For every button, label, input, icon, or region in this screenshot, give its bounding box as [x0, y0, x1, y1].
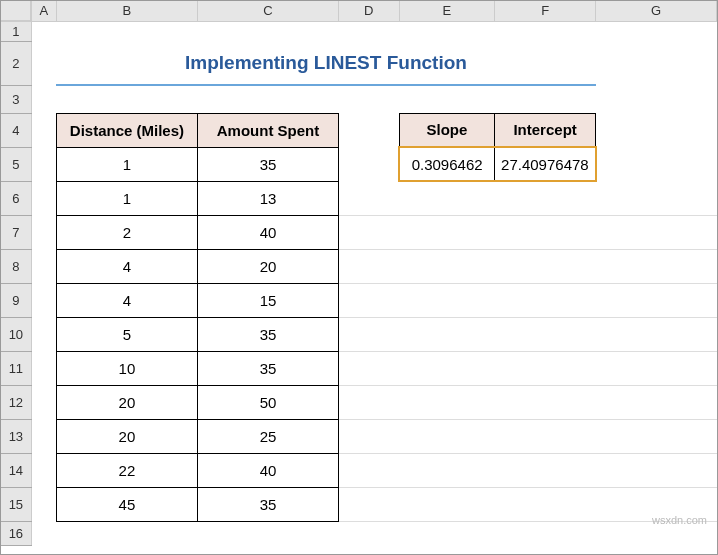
- cell-distance[interactable]: 22: [56, 453, 197, 487]
- cell[interactable]: [495, 249, 596, 283]
- cell[interactable]: [399, 181, 495, 215]
- cell[interactable]: [399, 215, 495, 249]
- row-13[interactable]: 13: [1, 419, 31, 453]
- cell-amount[interactable]: 13: [197, 181, 338, 215]
- cell[interactable]: [495, 453, 596, 487]
- header-intercept[interactable]: Intercept: [495, 113, 596, 147]
- cell[interactable]: [31, 215, 56, 249]
- col-G[interactable]: G: [596, 1, 717, 21]
- cell[interactable]: [31, 181, 56, 215]
- header-slope[interactable]: Slope: [399, 113, 495, 147]
- row-10[interactable]: 10: [1, 317, 31, 351]
- cell[interactable]: [596, 41, 717, 85]
- col-E[interactable]: E: [399, 1, 495, 21]
- cell-distance[interactable]: 4: [56, 249, 197, 283]
- row-7[interactable]: 7: [1, 215, 31, 249]
- row-3[interactable]: 3: [1, 85, 31, 113]
- cell-distance[interactable]: 4: [56, 283, 197, 317]
- cell[interactable]: [596, 453, 717, 487]
- cell[interactable]: [339, 181, 399, 215]
- cell[interactable]: [339, 487, 399, 521]
- cell[interactable]: [495, 215, 596, 249]
- cell[interactable]: [399, 453, 495, 487]
- header-distance[interactable]: Distance (Miles): [56, 113, 197, 147]
- col-C[interactable]: C: [197, 1, 338, 21]
- cell[interactable]: [31, 283, 56, 317]
- cell[interactable]: [339, 215, 399, 249]
- row-15[interactable]: 15: [1, 487, 31, 521]
- row-6[interactable]: 6: [1, 181, 31, 215]
- row-9[interactable]: 9: [1, 283, 31, 317]
- cell[interactable]: [339, 317, 399, 351]
- cell-intercept-value[interactable]: 27.40976478: [495, 147, 596, 181]
- row-11[interactable]: 11: [1, 351, 31, 385]
- cell-distance[interactable]: 20: [56, 385, 197, 419]
- header-amount[interactable]: Amount Spent: [197, 113, 338, 147]
- cell[interactable]: [31, 351, 56, 385]
- cell[interactable]: [31, 385, 56, 419]
- col-F[interactable]: F: [495, 1, 596, 21]
- cell-amount[interactable]: 40: [197, 215, 338, 249]
- cell[interactable]: [596, 147, 717, 181]
- col-B[interactable]: B: [56, 1, 197, 21]
- cell-distance[interactable]: 5: [56, 317, 197, 351]
- cell[interactable]: [495, 487, 596, 521]
- cell[interactable]: [596, 351, 717, 385]
- cell[interactable]: [31, 419, 56, 453]
- cell[interactable]: [399, 249, 495, 283]
- cell[interactable]: [596, 215, 717, 249]
- cell[interactable]: [339, 385, 399, 419]
- cell[interactable]: [596, 385, 717, 419]
- col-D[interactable]: D: [339, 1, 399, 21]
- cell[interactable]: [596, 317, 717, 351]
- cell[interactable]: [495, 181, 596, 215]
- cell-amount[interactable]: 35: [197, 487, 338, 521]
- row-5[interactable]: 5: [1, 147, 31, 181]
- title[interactable]: Implementing LINEST Function: [56, 41, 595, 85]
- cell-distance[interactable]: 10: [56, 351, 197, 385]
- cell[interactable]: [339, 249, 399, 283]
- cell[interactable]: [399, 351, 495, 385]
- cell[interactable]: [399, 385, 495, 419]
- row-8[interactable]: 8: [1, 249, 31, 283]
- cell-amount[interactable]: 50: [197, 385, 338, 419]
- cell-slope-value[interactable]: 0.3096462: [399, 147, 495, 181]
- cell-amount[interactable]: 15: [197, 283, 338, 317]
- cell-amount[interactable]: 20: [197, 249, 338, 283]
- cell[interactable]: [31, 147, 56, 181]
- cell[interactable]: [31, 41, 56, 85]
- cell[interactable]: [596, 113, 717, 147]
- cell[interactable]: [339, 453, 399, 487]
- cell[interactable]: [596, 249, 717, 283]
- row-2[interactable]: 2: [1, 41, 31, 85]
- row-14[interactable]: 14: [1, 453, 31, 487]
- row-1[interactable]: 1: [1, 21, 31, 41]
- cell[interactable]: [495, 419, 596, 453]
- cell-distance[interactable]: 20: [56, 419, 197, 453]
- row-12[interactable]: 12: [1, 385, 31, 419]
- cell[interactable]: [399, 487, 495, 521]
- cell[interactable]: [596, 283, 717, 317]
- cell[interactable]: [31, 85, 716, 113]
- select-all-corner[interactable]: [1, 1, 31, 21]
- cell[interactable]: [339, 283, 399, 317]
- cell-distance[interactable]: 45: [56, 487, 197, 521]
- cell[interactable]: [339, 113, 399, 147]
- cell-distance[interactable]: 1: [56, 147, 197, 181]
- cell[interactable]: [495, 351, 596, 385]
- cell[interactable]: [31, 317, 56, 351]
- cell-distance[interactable]: 2: [56, 215, 197, 249]
- cell-amount[interactable]: 35: [197, 351, 338, 385]
- cell[interactable]: [399, 317, 495, 351]
- cell[interactable]: [31, 21, 716, 41]
- cell-distance[interactable]: 1: [56, 181, 197, 215]
- cell-amount[interactable]: 25: [197, 419, 338, 453]
- cell[interactable]: [31, 487, 56, 521]
- cell[interactable]: [399, 419, 495, 453]
- row-4[interactable]: 4: [1, 113, 31, 147]
- cell[interactable]: [31, 249, 56, 283]
- cell[interactable]: [596, 419, 717, 453]
- cell[interactable]: [495, 317, 596, 351]
- cell[interactable]: [31, 113, 56, 147]
- cell[interactable]: [399, 283, 495, 317]
